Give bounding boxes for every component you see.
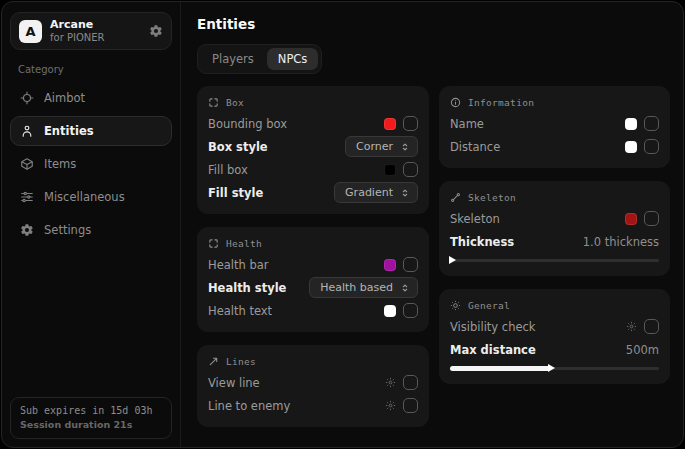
card-title: General: [468, 300, 510, 311]
health-bar-row: Health bar: [208, 253, 418, 276]
skeleton-row: Skeleton: [450, 207, 659, 230]
row-label: Bounding box: [208, 117, 287, 131]
category-label: Category: [18, 64, 164, 75]
crosshair-icon: [20, 91, 34, 105]
sliders-icon: [20, 190, 34, 204]
sidebar-item-items[interactable]: Items: [10, 149, 172, 179]
name-checkbox[interactable]: [644, 116, 659, 131]
color-swatch[interactable]: [625, 118, 637, 130]
chevron-up-down-icon: [400, 283, 410, 293]
gear-icon[interactable]: [385, 400, 396, 411]
general-card: General Visibility check Max distance: [439, 289, 670, 384]
view-line-row: View line: [208, 371, 418, 394]
scan-brackets-icon: [208, 238, 219, 249]
tab-players[interactable]: Players: [201, 48, 265, 70]
color-swatch[interactable]: [625, 141, 637, 153]
sidebar-item-aimbot[interactable]: Aimbot: [10, 83, 172, 113]
sidebar-item-miscellaneous[interactable]: Miscellaneous: [10, 182, 172, 212]
fill-style-dropdown[interactable]: Gradient: [334, 182, 418, 203]
health-bar-checkbox[interactable]: [403, 257, 418, 272]
bounding-box-checkbox[interactable]: [403, 116, 418, 131]
sidebar-item-label: Miscellaneous: [44, 190, 125, 204]
chevron-up-down-icon: [400, 188, 410, 198]
health-text-checkbox[interactable]: [403, 303, 418, 318]
view-line-checkbox[interactable]: [403, 375, 418, 390]
fill-box-row: Fill box: [208, 158, 418, 181]
slider-thumb[interactable]: [449, 256, 456, 264]
gear-icon: [20, 223, 34, 237]
tab-npcs[interactable]: NPCs: [267, 48, 319, 70]
slider-thumb[interactable]: [548, 364, 555, 372]
distance-row: Distance: [450, 135, 659, 158]
line-to-enemy-checkbox[interactable]: [403, 398, 418, 413]
dropdown-value: Gradient: [345, 186, 393, 199]
row-label: Max distance: [450, 343, 536, 357]
lines-card: Lines View line Line to enemy: [197, 345, 429, 427]
color-swatch[interactable]: [384, 118, 396, 130]
color-swatch[interactable]: [384, 259, 396, 271]
row-label: Health text: [208, 304, 272, 318]
brand-card: A Arcane for PIONER: [10, 12, 172, 50]
row-label: Health bar: [208, 258, 269, 272]
row-label: View line: [208, 376, 260, 390]
color-swatch[interactable]: [625, 213, 637, 225]
sidebar: A Arcane for PIONER Category Aimbot: [2, 2, 181, 447]
scan-brackets-icon: [208, 97, 219, 108]
gear-icon[interactable]: [149, 24, 163, 38]
skeleton-card: Skeleton Skeleton Thickness 1.0 thicknes…: [439, 181, 670, 276]
box-style-dropdown[interactable]: Corner: [345, 136, 418, 157]
app-subtitle: for PIONER: [50, 32, 141, 44]
information-card: Information Name Distance: [439, 86, 670, 168]
row-label: Distance: [450, 140, 500, 154]
max-distance-value: 500m: [626, 343, 659, 357]
row-label: Visibility check: [450, 320, 536, 334]
sidebar-item-entities[interactable]: Entities: [10, 116, 172, 146]
cube-icon: [20, 157, 34, 171]
subscription-status: Sub expires in 15d 03h Session duration …: [10, 397, 172, 439]
box-card: Box Bounding box Box style Corner: [197, 86, 429, 214]
max-distance-row: Max distance 500m: [450, 338, 659, 361]
thickness-value: 1.0 thickness: [583, 235, 659, 249]
distance-checkbox[interactable]: [644, 139, 659, 154]
session-duration-text: Session duration 21s: [20, 419, 162, 430]
card-title: Lines: [226, 356, 256, 367]
row-label: Fill style: [208, 186, 263, 200]
dropdown-value: Corner: [356, 140, 393, 153]
card-title: Information: [468, 97, 534, 108]
sidebar-item-label: Items: [44, 157, 76, 171]
visibility-check-row: Visibility check: [450, 315, 659, 338]
health-text-row: Health text: [208, 299, 418, 322]
thickness-slider[interactable]: [450, 255, 659, 265]
page-title: Entities: [197, 16, 670, 32]
line-to-enemy-row: Line to enemy: [208, 394, 418, 417]
row-label: Line to enemy: [208, 399, 290, 413]
row-label: Box style: [208, 140, 268, 154]
fill-style-row: Fill style Gradient: [208, 181, 418, 204]
bone-icon: [450, 192, 461, 203]
fill-box-checkbox[interactable]: [403, 162, 418, 177]
sun-icon: [450, 300, 461, 311]
card-title: Health: [226, 238, 262, 249]
sidebar-nav: Aimbot Entities Items Miscellaneous: [10, 83, 172, 245]
entity-type-tabs: Players NPCs: [197, 44, 322, 74]
name-row: Name: [450, 112, 659, 135]
chevron-up-down-icon: [400, 142, 410, 152]
info-icon: [450, 97, 461, 108]
health-style-dropdown[interactable]: Health based: [309, 277, 418, 298]
diagonal-line-icon: [208, 356, 219, 367]
gear-icon[interactable]: [385, 377, 396, 388]
card-title: Skeleton: [468, 192, 516, 203]
sub-expires-text: Sub expires in 15d 03h: [20, 405, 162, 416]
thickness-row: Thickness 1.0 thickness: [450, 230, 659, 253]
gear-icon[interactable]: [626, 321, 637, 332]
color-swatch[interactable]: [384, 305, 396, 317]
visibility-check-checkbox[interactable]: [644, 319, 659, 334]
row-label: Name: [450, 117, 484, 131]
skeleton-checkbox[interactable]: [644, 211, 659, 226]
health-card: Health Health bar Health style Health ba…: [197, 227, 429, 332]
main-panel: Entities Players NPCs Box Bounding box: [181, 2, 683, 447]
row-label: Thickness: [450, 235, 514, 249]
color-swatch[interactable]: [384, 164, 396, 176]
sidebar-item-settings[interactable]: Settings: [10, 215, 172, 245]
max-distance-slider[interactable]: [450, 363, 659, 373]
